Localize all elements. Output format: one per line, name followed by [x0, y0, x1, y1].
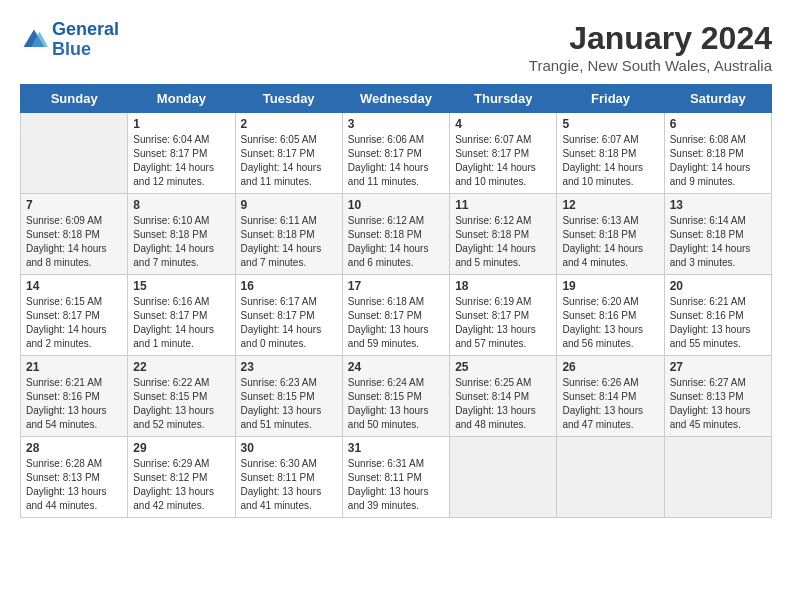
day-info: Sunrise: 6:24 AM Sunset: 8:15 PM Dayligh…: [348, 376, 444, 432]
day-info: Sunrise: 6:16 AM Sunset: 8:17 PM Dayligh…: [133, 295, 229, 351]
day-number: 4: [455, 117, 551, 131]
day-info: Sunrise: 6:13 AM Sunset: 8:18 PM Dayligh…: [562, 214, 658, 270]
day-info: Sunrise: 6:10 AM Sunset: 8:18 PM Dayligh…: [133, 214, 229, 270]
day-number: 26: [562, 360, 658, 374]
day-info: Sunrise: 6:27 AM Sunset: 8:13 PM Dayligh…: [670, 376, 766, 432]
day-number: 6: [670, 117, 766, 131]
weekday-header-saturday: Saturday: [664, 85, 771, 113]
calendar-table: SundayMondayTuesdayWednesdayThursdayFrid…: [20, 84, 772, 518]
day-number: 21: [26, 360, 122, 374]
day-number: 27: [670, 360, 766, 374]
day-number: 18: [455, 279, 551, 293]
day-info: Sunrise: 6:06 AM Sunset: 8:17 PM Dayligh…: [348, 133, 444, 189]
day-number: 19: [562, 279, 658, 293]
day-info: Sunrise: 6:17 AM Sunset: 8:17 PM Dayligh…: [241, 295, 337, 351]
day-number: 22: [133, 360, 229, 374]
day-info: Sunrise: 6:07 AM Sunset: 8:18 PM Dayligh…: [562, 133, 658, 189]
day-info: Sunrise: 6:26 AM Sunset: 8:14 PM Dayligh…: [562, 376, 658, 432]
day-info: Sunrise: 6:29 AM Sunset: 8:12 PM Dayligh…: [133, 457, 229, 513]
day-cell: 3Sunrise: 6:06 AM Sunset: 8:17 PM Daylig…: [342, 113, 449, 194]
day-cell: 25Sunrise: 6:25 AM Sunset: 8:14 PM Dayli…: [450, 356, 557, 437]
day-number: 28: [26, 441, 122, 455]
logo-line2: Blue: [52, 39, 91, 59]
location-title: Trangie, New South Wales, Australia: [529, 57, 772, 74]
day-number: 31: [348, 441, 444, 455]
month-title: January 2024: [529, 20, 772, 57]
weekday-header-thursday: Thursday: [450, 85, 557, 113]
day-cell: 20Sunrise: 6:21 AM Sunset: 8:16 PM Dayli…: [664, 275, 771, 356]
logo-icon: [20, 26, 48, 54]
day-cell: 9Sunrise: 6:11 AM Sunset: 8:18 PM Daylig…: [235, 194, 342, 275]
day-number: 20: [670, 279, 766, 293]
day-cell: [664, 437, 771, 518]
weekday-header-monday: Monday: [128, 85, 235, 113]
day-number: 17: [348, 279, 444, 293]
day-number: 23: [241, 360, 337, 374]
day-cell: 14Sunrise: 6:15 AM Sunset: 8:17 PM Dayli…: [21, 275, 128, 356]
day-cell: 19Sunrise: 6:20 AM Sunset: 8:16 PM Dayli…: [557, 275, 664, 356]
day-cell: 8Sunrise: 6:10 AM Sunset: 8:18 PM Daylig…: [128, 194, 235, 275]
day-cell: 10Sunrise: 6:12 AM Sunset: 8:18 PM Dayli…: [342, 194, 449, 275]
day-cell: 13Sunrise: 6:14 AM Sunset: 8:18 PM Dayli…: [664, 194, 771, 275]
day-info: Sunrise: 6:11 AM Sunset: 8:18 PM Dayligh…: [241, 214, 337, 270]
day-cell: 1Sunrise: 6:04 AM Sunset: 8:17 PM Daylig…: [128, 113, 235, 194]
day-number: 3: [348, 117, 444, 131]
day-cell: [21, 113, 128, 194]
day-number: 30: [241, 441, 337, 455]
day-info: Sunrise: 6:31 AM Sunset: 8:11 PM Dayligh…: [348, 457, 444, 513]
day-cell: 29Sunrise: 6:29 AM Sunset: 8:12 PM Dayli…: [128, 437, 235, 518]
week-row-5: 28Sunrise: 6:28 AM Sunset: 8:13 PM Dayli…: [21, 437, 772, 518]
week-row-4: 21Sunrise: 6:21 AM Sunset: 8:16 PM Dayli…: [21, 356, 772, 437]
day-info: Sunrise: 6:14 AM Sunset: 8:18 PM Dayligh…: [670, 214, 766, 270]
week-row-1: 1Sunrise: 6:04 AM Sunset: 8:17 PM Daylig…: [21, 113, 772, 194]
day-cell: 11Sunrise: 6:12 AM Sunset: 8:18 PM Dayli…: [450, 194, 557, 275]
day-info: Sunrise: 6:28 AM Sunset: 8:13 PM Dayligh…: [26, 457, 122, 513]
weekday-header-friday: Friday: [557, 85, 664, 113]
weekday-header-sunday: Sunday: [21, 85, 128, 113]
day-number: 13: [670, 198, 766, 212]
day-number: 25: [455, 360, 551, 374]
day-number: 5: [562, 117, 658, 131]
day-cell: 5Sunrise: 6:07 AM Sunset: 8:18 PM Daylig…: [557, 113, 664, 194]
day-info: Sunrise: 6:12 AM Sunset: 8:18 PM Dayligh…: [348, 214, 444, 270]
title-block: January 2024 Trangie, New South Wales, A…: [529, 20, 772, 74]
day-cell: 21Sunrise: 6:21 AM Sunset: 8:16 PM Dayli…: [21, 356, 128, 437]
day-info: Sunrise: 6:15 AM Sunset: 8:17 PM Dayligh…: [26, 295, 122, 351]
day-cell: [557, 437, 664, 518]
day-info: Sunrise: 6:23 AM Sunset: 8:15 PM Dayligh…: [241, 376, 337, 432]
day-number: 24: [348, 360, 444, 374]
day-number: 9: [241, 198, 337, 212]
day-cell: 7Sunrise: 6:09 AM Sunset: 8:18 PM Daylig…: [21, 194, 128, 275]
day-info: Sunrise: 6:18 AM Sunset: 8:17 PM Dayligh…: [348, 295, 444, 351]
week-row-3: 14Sunrise: 6:15 AM Sunset: 8:17 PM Dayli…: [21, 275, 772, 356]
day-info: Sunrise: 6:21 AM Sunset: 8:16 PM Dayligh…: [670, 295, 766, 351]
day-info: Sunrise: 6:09 AM Sunset: 8:18 PM Dayligh…: [26, 214, 122, 270]
day-cell: 4Sunrise: 6:07 AM Sunset: 8:17 PM Daylig…: [450, 113, 557, 194]
week-row-2: 7Sunrise: 6:09 AM Sunset: 8:18 PM Daylig…: [21, 194, 772, 275]
logo-line1: General: [52, 19, 119, 39]
day-info: Sunrise: 6:30 AM Sunset: 8:11 PM Dayligh…: [241, 457, 337, 513]
day-cell: 27Sunrise: 6:27 AM Sunset: 8:13 PM Dayli…: [664, 356, 771, 437]
day-info: Sunrise: 6:07 AM Sunset: 8:17 PM Dayligh…: [455, 133, 551, 189]
day-cell: 31Sunrise: 6:31 AM Sunset: 8:11 PM Dayli…: [342, 437, 449, 518]
day-cell: 15Sunrise: 6:16 AM Sunset: 8:17 PM Dayli…: [128, 275, 235, 356]
day-number: 29: [133, 441, 229, 455]
day-info: Sunrise: 6:08 AM Sunset: 8:18 PM Dayligh…: [670, 133, 766, 189]
day-cell: 2Sunrise: 6:05 AM Sunset: 8:17 PM Daylig…: [235, 113, 342, 194]
day-cell: 30Sunrise: 6:30 AM Sunset: 8:11 PM Dayli…: [235, 437, 342, 518]
day-number: 14: [26, 279, 122, 293]
weekday-header-wednesday: Wednesday: [342, 85, 449, 113]
day-number: 8: [133, 198, 229, 212]
day-info: Sunrise: 6:20 AM Sunset: 8:16 PM Dayligh…: [562, 295, 658, 351]
day-info: Sunrise: 6:04 AM Sunset: 8:17 PM Dayligh…: [133, 133, 229, 189]
day-cell: 18Sunrise: 6:19 AM Sunset: 8:17 PM Dayli…: [450, 275, 557, 356]
logo: General Blue: [20, 20, 119, 60]
day-cell: 28Sunrise: 6:28 AM Sunset: 8:13 PM Dayli…: [21, 437, 128, 518]
day-number: 1: [133, 117, 229, 131]
day-cell: 17Sunrise: 6:18 AM Sunset: 8:17 PM Dayli…: [342, 275, 449, 356]
day-number: 7: [26, 198, 122, 212]
day-info: Sunrise: 6:12 AM Sunset: 8:18 PM Dayligh…: [455, 214, 551, 270]
page-header: General Blue January 2024 Trangie, New S…: [20, 20, 772, 74]
weekday-header-tuesday: Tuesday: [235, 85, 342, 113]
day-number: 16: [241, 279, 337, 293]
